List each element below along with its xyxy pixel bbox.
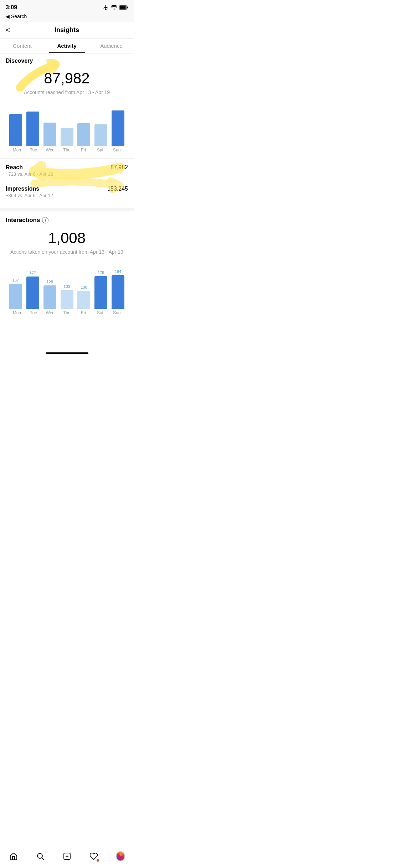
int-day-label-sat: Sat [92, 310, 109, 315]
int-bar-group-thu: 103 [58, 284, 76, 309]
int-bar-mon [9, 284, 22, 309]
day-label-fri: Fri [75, 148, 92, 153]
int-day-label-sun: Sun [108, 310, 125, 315]
int-bar-label-sun: 184 [115, 269, 121, 274]
search-back-row: ◀ Search [0, 12, 134, 22]
bar-tue [26, 112, 39, 146]
bar-fri [77, 123, 90, 146]
accounts-reached-number: 87,982 [6, 70, 128, 87]
status-icons [103, 5, 128, 10]
accounts-reached-label: Accounts reached from Apr 13 - Apr 19 [6, 89, 128, 96]
tab-audience[interactable]: Audience [89, 38, 134, 53]
int-bar-fri [77, 291, 90, 309]
impressions-value: 153,245 [107, 186, 128, 192]
int-bar-group-mon: 137 [7, 278, 24, 309]
back-button[interactable]: < [6, 26, 10, 34]
bar-sun [112, 110, 124, 146]
int-bar-group-sat: 179 [92, 270, 109, 309]
day-label-wed: Wed [42, 148, 58, 153]
int-day-label-wed: Wed [42, 310, 58, 315]
bar-group-sat [92, 124, 109, 146]
reach-label-group: Reach +723 vs. Apr 6 - Apr 12 [6, 164, 53, 177]
day-label-tue: Tue [25, 148, 42, 153]
int-bar-label-mon: 137 [12, 278, 19, 282]
interactions-subtext: Actions taken on your account from Apr 1… [6, 249, 128, 256]
int-bar-label-tue: 177 [30, 271, 36, 275]
discovery-section: Discovery 87,982 Accounts reached from A… [0, 53, 134, 159]
metrics-section: Reach +723 vs. Apr 6 - Apr 12 87,982 Imp… [0, 159, 134, 208]
int-day-label-mon: Mon [9, 310, 25, 315]
page-header: < Insights [0, 22, 134, 38]
wifi-icon [111, 5, 117, 10]
metrics-divider [6, 181, 128, 181]
reach-label: Reach [6, 164, 53, 171]
bar-mon [9, 114, 22, 146]
svg-rect-2 [127, 6, 128, 8]
reach-compare: +723 vs. Apr 6 - Apr 12 [6, 171, 53, 177]
info-icon[interactable]: i [42, 217, 48, 223]
int-bar-label-sat: 179 [98, 270, 104, 275]
home-indicator [0, 350, 134, 356]
main-content: Discovery 87,982 Accounts reached from A… [0, 53, 134, 350]
bar-sat [94, 124, 107, 146]
int-bar-group-sun: 184 [109, 269, 127, 309]
bar-group-thu [58, 128, 76, 146]
impressions-compare: +869 vs. Apr 6 - Apr 12 [6, 193, 53, 198]
bar-group-sun [109, 110, 127, 146]
impressions-label: Impressions [6, 186, 53, 192]
int-bar-sat [94, 276, 107, 309]
section-divider [0, 208, 134, 211]
impressions-metric: Impressions +869 vs. Apr 6 - Apr 12 153,… [6, 186, 128, 198]
int-bar-group-fri: 100 [75, 285, 92, 309]
bar-group-mon [7, 114, 24, 146]
airplane-icon [103, 5, 109, 10]
int-bar-group-tue: 177 [24, 271, 41, 309]
int-bar-label-wed: 128 [46, 280, 53, 284]
day-label-sat: Sat [92, 148, 109, 153]
interactions-number: 1,008 [6, 229, 128, 247]
int-bar-tue [26, 277, 39, 309]
discovery-title: Discovery [6, 58, 128, 64]
impressions-label-group: Impressions +869 vs. Apr 6 - Apr 12 [6, 186, 53, 198]
reach-metric: Reach +723 vs. Apr 6 - Apr 12 87,982 [6, 164, 128, 177]
interactions-title: Interactions i [6, 217, 128, 224]
reach-value: 87,982 [110, 164, 128, 171]
day-label-sun: Sun [108, 148, 125, 153]
bar-group-tue [24, 112, 41, 146]
search-back-label[interactable]: ◀ Search [6, 14, 27, 19]
int-bar-label-fri: 100 [81, 285, 87, 289]
page-title: Insights [55, 26, 79, 34]
home-bar [46, 352, 88, 354]
reach-bar-chart [6, 103, 128, 146]
int-bar-wed [43, 285, 56, 309]
interactions-day-labels: MonTueWedThuFriSatSun [6, 310, 128, 315]
status-time: 3:09 [6, 4, 17, 11]
day-label-mon: Mon [9, 148, 25, 153]
int-bar-group-wed: 128 [41, 280, 58, 309]
int-bar-thu [61, 290, 73, 309]
reach-day-labels: MonTueWedThuFriSatSun [6, 148, 128, 153]
int-bar-label-thu: 103 [63, 284, 70, 289]
tabs-bar: Content Activity Audience [0, 38, 134, 53]
status-bar: 3:09 [0, 0, 134, 12]
bar-group-fri [75, 123, 92, 146]
interactions-section: Interactions i 1,008 Actions taken on yo… [0, 211, 134, 316]
bar-thu [61, 128, 73, 146]
int-bar-sun [112, 275, 124, 309]
int-day-label-thu: Thu [58, 310, 75, 315]
int-day-label-tue: Tue [25, 310, 42, 315]
day-label-thu: Thu [58, 148, 75, 153]
battery-icon [119, 5, 128, 10]
bar-wed [43, 123, 56, 146]
interactions-bar-chart: 137177128103100179184 [6, 263, 128, 309]
tab-content[interactable]: Content [0, 38, 45, 53]
int-day-label-fri: Fri [75, 310, 92, 315]
bar-group-wed [41, 123, 58, 146]
svg-rect-1 [120, 6, 125, 9]
tab-activity[interactable]: Activity [45, 38, 89, 53]
